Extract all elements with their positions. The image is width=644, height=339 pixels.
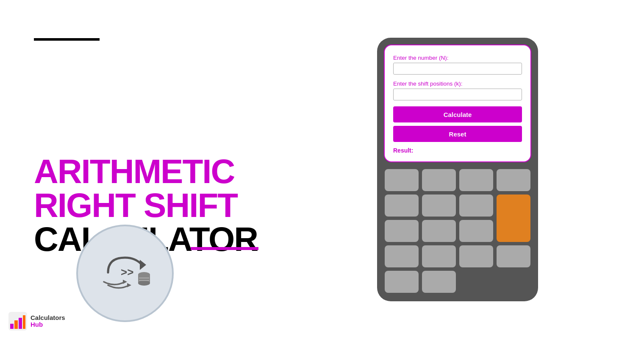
icon-circle-container: >>: [76, 225, 174, 322]
right-section: Enter the number (N): Enter the shift po…: [288, 0, 644, 339]
key-10[interactable]: [459, 220, 493, 242]
key-3[interactable]: [459, 169, 493, 191]
title-top-line: [34, 38, 100, 41]
shift-field-label: Enter the shift positions (k):: [393, 81, 522, 87]
logo-text-calculators: Calculators: [31, 314, 65, 322]
logo: Calculators Hub: [8, 312, 65, 331]
right-shift-icon: >>: [95, 251, 155, 295]
left-section: ARITHMETIC RIGHT SHIFT CALCULATOR >>: [0, 0, 288, 339]
calculator-body: Enter the number (N): Enter the shift po…: [377, 38, 538, 301]
key-5[interactable]: [385, 195, 419, 217]
key-12[interactable]: [422, 245, 456, 267]
logo-icon: [8, 312, 27, 331]
svg-point-4: [138, 281, 150, 286]
key-6[interactable]: [422, 195, 456, 217]
svg-marker-8: [127, 283, 131, 287]
calculate-button[interactable]: Calculate: [393, 106, 522, 122]
reset-button[interactable]: Reset: [393, 126, 522, 142]
key-16[interactable]: [422, 271, 456, 293]
svg-rect-10: [10, 324, 14, 329]
shift-input[interactable]: [393, 89, 522, 100]
svg-text:>>: >>: [121, 266, 133, 278]
number-input[interactable]: [393, 63, 522, 75]
key-4[interactable]: [497, 169, 530, 191]
logo-text-hub: Hub: [31, 321, 65, 328]
key-orange-tall[interactable]: [497, 195, 530, 242]
calculator-screen: Enter the number (N): Enter the shift po…: [384, 44, 531, 162]
key-1[interactable]: [385, 169, 419, 191]
keypad: [384, 167, 531, 295]
key-8[interactable]: [385, 220, 419, 242]
right-shift-icon-circle: >>: [76, 225, 174, 322]
svg-rect-12: [19, 318, 22, 329]
key-13[interactable]: [459, 245, 493, 267]
key-11[interactable]: [385, 245, 419, 267]
title-line1: ARITHMETIC: [34, 155, 263, 189]
key-9[interactable]: [422, 220, 456, 242]
key-7[interactable]: [459, 195, 493, 217]
result-label: Result:: [393, 147, 522, 154]
title-underline: [191, 247, 258, 250]
number-field-label: Enter the number (N):: [393, 55, 522, 61]
title-line2: RIGHT SHIFT: [34, 189, 263, 222]
key-15[interactable]: [385, 271, 419, 293]
svg-rect-11: [14, 320, 18, 329]
svg-rect-13: [23, 315, 25, 329]
logo-text: Calculators Hub: [31, 314, 65, 328]
key-14[interactable]: [497, 245, 530, 267]
svg-marker-7: [123, 280, 127, 284]
key-2[interactable]: [422, 169, 456, 191]
svg-marker-0: [140, 260, 146, 270]
